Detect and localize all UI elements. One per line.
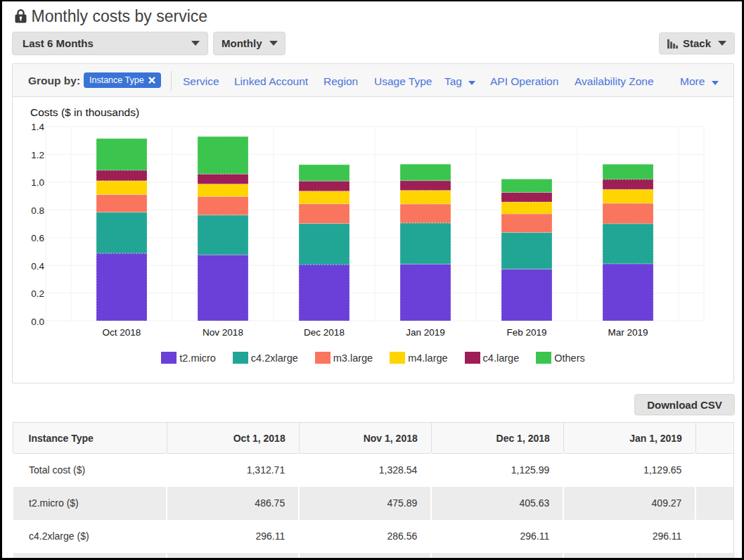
svg-text:1.0: 1.0: [31, 177, 44, 188]
svg-text:0.2: 0.2: [31, 288, 44, 299]
svg-text:Mar 2019: Mar 2019: [608, 327, 648, 338]
svg-text:Oct 2018: Oct 2018: [103, 327, 141, 338]
svg-text:Feb 2019: Feb 2019: [506, 327, 546, 338]
svg-text:0.8: 0.8: [31, 205, 44, 216]
svg-text:0.4: 0.4: [31, 261, 44, 272]
svg-text:1.2: 1.2: [31, 150, 44, 160]
svg-text:Costs ($ in thousands): Costs ($ in thousands): [30, 106, 139, 118]
svg-text:Jan 2019: Jan 2019: [406, 327, 445, 338]
svg-text:1.4: 1.4: [31, 122, 44, 132]
svg-text:0.0: 0.0: [31, 317, 44, 327]
svg-text:Nov 2018: Nov 2018: [203, 327, 243, 338]
svg-text:Dec 2018: Dec 2018: [304, 327, 345, 338]
svg-text:0.6: 0.6: [31, 233, 44, 243]
